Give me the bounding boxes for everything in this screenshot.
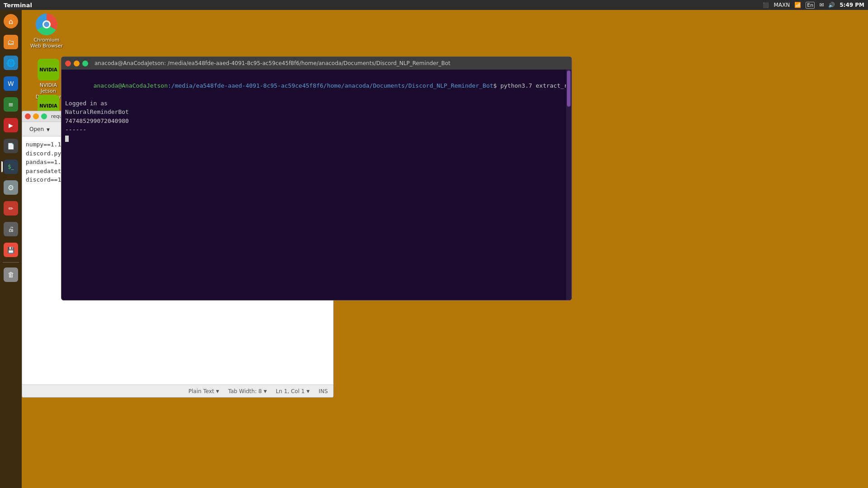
calc-icon: ≡ [8, 101, 14, 108]
chromium-icon [36, 14, 57, 35]
clock: 5:49 PM [840, 2, 864, 8]
nvidia1-icon-text: NVIDIA [39, 67, 57, 72]
terminal-title: anacoda@AnaCodaJetson: /media/ea548fde-a… [94, 60, 568, 66]
impress-icon: ▶ [9, 122, 13, 129]
dock-item-terminal[interactable]: $_ [1, 157, 20, 176]
editor-statusbar: Plain Text ▼ Tab Width: 8 ▼ Ln 1, Col 1 … [22, 385, 333, 397]
top-bar-title: Terminal [4, 2, 32, 9]
keyboard-icon: En [806, 2, 815, 9]
dock-item-settings[interactable]: ⚙ [1, 178, 20, 197]
mode-status: INS [319, 388, 328, 394]
mail-icon: ✉ [819, 2, 824, 8]
dock-item-texteditor[interactable]: ✏ [1, 199, 20, 218]
browser-icon: 🌐 [6, 59, 15, 67]
terminal-cursor [65, 136, 69, 142]
editor-close-btn[interactable] [25, 113, 31, 119]
open-dropdown-arrow: ▼ [47, 127, 50, 132]
editor-min-btn[interactable] [33, 113, 39, 119]
format-status[interactable]: Plain Text ▼ [189, 388, 219, 394]
trash-icon: 🗑 [8, 271, 14, 279]
terminal-body[interactable]: anacoda@AnaCodaJetson:/media/ea548fde-aa… [61, 70, 571, 300]
top-bar: Terminal ⬛ MAXN 📶 En ✉ 🔊 5:49 PM [0, 0, 868, 10]
open-button[interactable]: Open ▼ [26, 125, 53, 133]
dock-separator [3, 262, 19, 263]
top-bar-left: Terminal [4, 2, 32, 9]
nvidia1-icon: NVIDIA [38, 59, 59, 80]
nvidia-system-icon: ⬛ [763, 2, 769, 8]
desktop: ⌂ 🗂 🌐 W ≡ ▶ [0, 10, 868, 488]
texteditor-icon: ✏ [9, 205, 14, 212]
sdcard-icon: 💾 [7, 247, 14, 253]
scanner-icon: 🖨 [8, 225, 14, 233]
terminal-min-btn[interactable] [74, 61, 80, 66]
gedit-icon: 📄 [7, 143, 14, 150]
dock-item-impress[interactable]: ▶ [1, 116, 20, 135]
terminal-user: anacoda@AnaCodaJetson [94, 82, 168, 89]
user-label: MAXN [774, 2, 790, 8]
dock-item-gedit[interactable]: 📄 [1, 136, 20, 155]
volume-icon: 🔊 [828, 2, 835, 8]
format-dropdown-arrow: ▼ [216, 389, 219, 394]
chromium-inner-circle [42, 20, 51, 28]
terminal-output-4: ------ [65, 125, 568, 134]
terminal-titlebar: anacoda@AnaCodaJetson: /media/ea548fde-a… [61, 57, 571, 70]
terminal-prompt-line: anacoda@AnaCodaJetson:/media/ea548fde-aa… [65, 72, 568, 99]
dock-item-files[interactable]: 🗂 [1, 33, 20, 52]
editor-max-btn[interactable] [41, 113, 47, 119]
settings-icon: ⚙ [8, 183, 14, 192]
terminal-path: :/media/ea548fde-aaed-4091-8c95-ac59ce45… [168, 82, 493, 89]
terminal-output-2: NaturalReminderBot [65, 108, 568, 117]
position-dropdown-arrow: ▼ [307, 389, 310, 394]
home-icon: ⌂ [9, 17, 13, 26]
nvidia2-icon-text: NVIDIA [39, 103, 57, 108]
terminal-scrollbar[interactable] [566, 70, 571, 300]
dock-item-sdcard[interactable]: 💾 [1, 240, 20, 259]
terminal-cursor-line [65, 134, 568, 143]
dock-item-scanner[interactable]: 🖨 [1, 220, 20, 239]
terminal-icon: $_ [8, 164, 14, 170]
files-icon: 🗂 [7, 38, 14, 47]
dock-item-calc[interactable]: ≡ [1, 95, 20, 114]
dock-item-home[interactable]: ⌂ [1, 12, 20, 31]
terminal-max-btn[interactable] [82, 61, 88, 66]
tab-width-status[interactable]: Tab Width: 8 ▼ [228, 388, 267, 394]
chromium-label: Chromium Web Browser [30, 37, 63, 49]
terminal-output-3: 747485299072040980 [65, 117, 568, 126]
position-status[interactable]: Ln 1, Col 1 ▼ [276, 388, 310, 394]
wifi-icon: 📶 [794, 2, 801, 8]
dock-item-trash[interactable]: 🗑 [1, 265, 20, 284]
tab-dropdown-arrow: ▼ [264, 389, 267, 394]
terminal-output-1: Logged in as [65, 99, 568, 108]
terminal-scrollbar-thumb[interactable] [567, 70, 571, 107]
terminal-command: $ python3.7 extract_reminder_bot.py [493, 82, 571, 89]
desktop-icon-chromium[interactable]: Chromium Web Browser [26, 14, 67, 49]
dock: ⌂ 🗂 🌐 W ≡ ▶ [0, 10, 22, 488]
terminal-close-btn[interactable] [65, 61, 71, 66]
writer-icon: W [8, 80, 14, 87]
terminal-window: anacoda@AnaCodaJetson: /media/ea548fde-a… [61, 56, 572, 300]
dock-item-writer[interactable]: W [1, 74, 20, 93]
top-bar-right: ⬛ MAXN 📶 En ✉ 🔊 5:49 PM [763, 2, 864, 9]
dock-item-browser[interactable]: 🌐 [1, 53, 20, 72]
